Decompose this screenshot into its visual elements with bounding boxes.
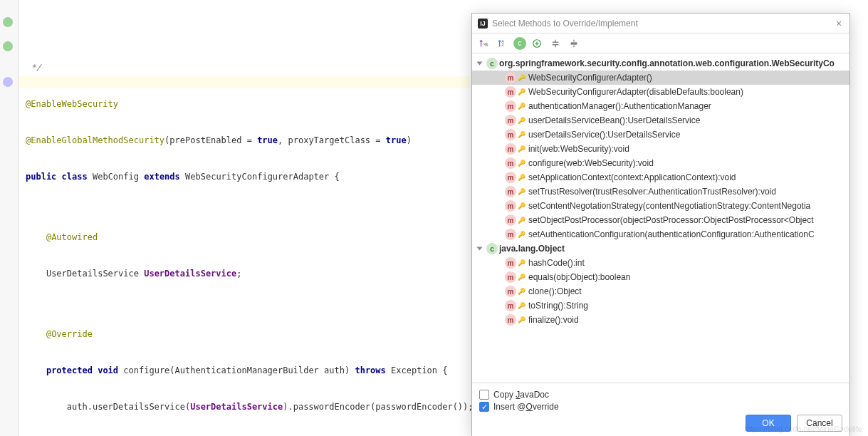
key-icon: 🔑 <box>518 103 525 110</box>
key-icon: 🔑 <box>518 88 525 95</box>
insert-override-checkbox[interactable]: Insert @Override <box>479 402 842 412</box>
tree-method-row[interactable]: m🔑WebSecurityConfigurerAdapter(disableDe… <box>472 85 849 99</box>
method-icon: m <box>505 129 516 140</box>
tree-method-row[interactable]: m🔑init(web:WebSecurity):void <box>472 142 849 156</box>
tree-method-row[interactable]: m🔑setAuthenticationConfiguration(authent… <box>472 227 849 242</box>
method-icon: m <box>505 172 516 183</box>
key-icon: 🔑 <box>518 131 525 138</box>
class-icon: c <box>486 243 498 254</box>
key-icon: 🔑 <box>518 288 525 295</box>
close-icon[interactable]: × <box>834 19 844 28</box>
key-icon: 🔑 <box>518 202 525 209</box>
expand-icon[interactable] <box>476 244 485 253</box>
tree-method-row[interactable]: m🔑setApplicationContext(context:Applicat… <box>472 170 849 185</box>
tree-class-row[interactable]: corg.springframework.security.config.ann… <box>472 56 849 71</box>
tree-method-row[interactable]: m🔑clone():Object <box>472 284 849 299</box>
override-methods-dialog: IJ Select Methods to Override/Implement … <box>471 13 850 436</box>
spring-icon <box>3 41 13 51</box>
method-icon: m <box>505 100 516 112</box>
key-icon: 🔑 <box>518 316 525 323</box>
key-icon: 🔑 <box>518 217 525 224</box>
tree-item-label: WebSecurityConfigurerAdapter(disableDefa… <box>528 87 743 97</box>
method-icon: m <box>505 143 516 155</box>
key-icon: 🔑 <box>518 117 525 124</box>
tree-item-label: toString():String <box>528 301 588 311</box>
checkbox-label: Insert @Override <box>493 402 559 412</box>
expand-icon[interactable] <box>476 59 485 68</box>
code-editor[interactable]: */ @EnableWebSecurity @EnableGlobalMetho… <box>0 0 470 436</box>
code-line: UserDetailsService UserDetailsService; <box>21 268 470 280</box>
tree-class-row[interactable]: cjava.lang.Object <box>472 242 849 256</box>
expand-all-icon[interactable] <box>548 36 563 51</box>
code-line: public class WebConfig extends WebSecuri… <box>21 171 470 183</box>
tree-method-row[interactable]: m🔑userDetailsServiceBean():UserDetailsSe… <box>472 113 849 128</box>
key-icon: 🔑 <box>518 145 525 152</box>
key-icon: 🔑 <box>518 160 525 167</box>
watermark-text: https://blog.csdn.net/MineCodelife <box>744 425 862 433</box>
checkbox-icon[interactable] <box>479 390 489 400</box>
method-icon: m <box>505 86 516 98</box>
svg-text:%: % <box>483 41 488 46</box>
dialog-titlebar[interactable]: IJ Select Methods to Override/Implement … <box>472 14 849 33</box>
code-line: auth.userDetailsService(UserDetailsServi… <box>21 401 470 413</box>
method-icon: m <box>505 200 516 212</box>
method-icon: m <box>505 286 516 297</box>
tree-method-row[interactable]: m🔑authenticationManager():Authentication… <box>472 99 849 113</box>
key-icon: 🔑 <box>518 188 525 195</box>
key-icon: 🔑 <box>518 259 525 266</box>
tree-method-row[interactable]: m🔑equals(obj:Object):boolean <box>472 270 849 284</box>
method-icon: m <box>505 115 516 126</box>
tree-item-label: userDetailsServiceBean():UserDetailsServ… <box>528 115 700 125</box>
code-line: @EnableWebSecurity <box>21 98 470 110</box>
sort-az-icon[interactable]: AZ <box>495 36 511 51</box>
sort-alpha-icon[interactable]: % <box>476 36 492 51</box>
select-none-icon[interactable] <box>529 36 545 51</box>
tree-item-label: init(web:WebSecurity):void <box>528 144 629 154</box>
tree-method-row[interactable]: m🔑WebSecurityConfigurerAdapter() <box>472 71 849 85</box>
collapse-all-icon[interactable] <box>566 36 582 51</box>
show-class-icon[interactable]: c <box>513 37 526 50</box>
tree-item-label: clone():Object <box>528 286 582 296</box>
tree-method-row[interactable]: m🔑toString():String <box>472 299 849 313</box>
method-icon: m <box>505 72 516 83</box>
method-icon: m <box>505 157 516 169</box>
checkbox-icon[interactable] <box>479 402 489 412</box>
tree-item-label: setTrustResolver(trustResolver:Authentic… <box>528 187 776 197</box>
tree-item-label: finalize():void <box>528 315 579 325</box>
tree-item-label: setContentNegotationStrategy(contentNego… <box>528 201 810 211</box>
key-icon: 🔑 <box>518 274 525 281</box>
tree-method-row[interactable]: m🔑setContentNegotationStrategy(contentNe… <box>472 199 849 213</box>
tree-item-label: userDetailsService():UserDetailsService <box>528 130 680 140</box>
method-icon: m <box>505 257 516 269</box>
tree-method-row[interactable]: m🔑hashCode():int <box>472 256 849 270</box>
key-icon: 🔑 <box>518 231 525 238</box>
checkbox-label: Copy JavaDoc <box>493 390 549 400</box>
method-icon: m <box>505 314 516 326</box>
code-line: @Override <box>21 328 470 341</box>
override-icon <box>3 77 13 87</box>
tree-method-row[interactable]: m🔑configure(web:WebSecurity):void <box>472 156 849 170</box>
tree-item-label: hashCode():int <box>528 258 585 268</box>
svg-text:Z: Z <box>501 43 504 47</box>
tree-method-row[interactable]: m🔑finalize():void <box>472 313 849 327</box>
key-icon: 🔑 <box>518 174 525 181</box>
spring-icon <box>3 17 13 27</box>
method-icon: m <box>505 214 516 226</box>
tree-method-row[interactable]: m🔑setTrustResolver(trustResolver:Authent… <box>472 185 849 199</box>
copy-javadoc-checkbox[interactable]: Copy JavaDoc <box>479 390 842 400</box>
dialog-toolbar: % AZ c <box>472 33 849 53</box>
method-icon: m <box>505 271 516 283</box>
tree-method-row[interactable]: m🔑setObjectPostProcessor(objectPostProce… <box>472 213 849 227</box>
tree-item-label: WebSecurityConfigurerAdapter() <box>528 73 652 83</box>
dialog-title-text: Select Methods to Override/Implement <box>492 19 638 28</box>
class-icon: c <box>486 58 498 69</box>
key-icon: 🔑 <box>518 74 525 81</box>
editor-highlighted-line <box>19 76 470 88</box>
code-line: protected void configure(AuthenticationM… <box>21 365 470 377</box>
tree-item-label: setApplicationContext(context:Applicatio… <box>528 172 736 182</box>
tree-method-row[interactable]: m🔑userDetailsService():UserDetailsServic… <box>472 128 849 142</box>
method-icon: m <box>505 300 516 311</box>
tree-item-label: java.lang.Object <box>499 244 565 254</box>
methods-tree[interactable]: corg.springframework.security.config.ann… <box>472 53 849 383</box>
method-icon: m <box>505 186 516 197</box>
